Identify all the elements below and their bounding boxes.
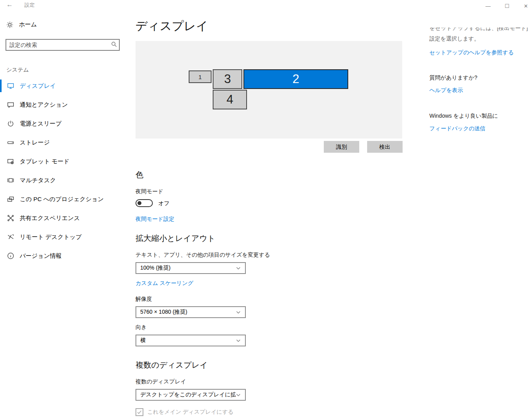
info-icon bbox=[7, 252, 14, 259]
chevron-down-icon bbox=[236, 265, 241, 271]
night-mode-state: オフ bbox=[158, 200, 170, 207]
sidebar-nav: ディスプレイ 通知とアクション 電源とスリープ ストレージ タブレット モード bbox=[0, 76, 130, 265]
settings-window: ← 設定 — ☐ ✕ ホーム システム ディスプレイ 通知とアクション bbox=[0, 0, 531, 420]
clipped-help-line: をセットアップするには、[検出モード] の bbox=[429, 28, 528, 33]
sidebar-item-power-sleep[interactable]: 電源とスリープ bbox=[0, 114, 130, 133]
multi-display-dropdown[interactable]: デスクトップをこのディスプレイに拡張する bbox=[136, 389, 246, 401]
remote-desktop-icon bbox=[7, 233, 14, 241]
identify-button[interactable]: 識別 bbox=[324, 141, 359, 153]
sidebar-item-label: ディスプレイ bbox=[20, 82, 56, 90]
question-heading: 質問がありますか? bbox=[429, 74, 528, 81]
speech-bubble-icon bbox=[7, 101, 14, 108]
sidebar-item-label: 通知とアクション bbox=[20, 101, 68, 109]
checkbox-checked-icon[interactable] bbox=[136, 408, 143, 416]
multi-display-section-title: 複数のディスプレイ bbox=[136, 360, 208, 370]
show-help-link[interactable]: ヘルプを表示 bbox=[429, 87, 528, 94]
window-title: 設定 bbox=[24, 2, 35, 9]
monitor-arrangement-canvas: 1 3 2 4 bbox=[136, 41, 402, 139]
multi-display-value: デスクトップをこのディスプレイに拡張する bbox=[140, 391, 236, 398]
sidebar-item-tablet-mode[interactable]: タブレット モード bbox=[0, 152, 130, 171]
power-icon bbox=[7, 120, 14, 127]
help-panel: をセットアップするには、[検出モード] の 設定を選択します。 セットアップのヘ… bbox=[429, 28, 528, 132]
custom-scaling-link[interactable]: カスタム スケーリング bbox=[136, 280, 193, 287]
sidebar-item-label: 電源とスリープ bbox=[20, 120, 61, 128]
chevron-down-icon bbox=[236, 338, 241, 343]
orientation-dropdown[interactable]: 横 bbox=[136, 335, 246, 346]
monitor-box-2[interactable]: 2 bbox=[243, 69, 348, 89]
resolution-dropdown[interactable]: 5760 × 1080 (推奨) bbox=[136, 306, 246, 318]
back-icon[interactable]: ← bbox=[6, 1, 13, 9]
home-label: ホーム bbox=[19, 21, 37, 28]
sidebar-item-remote-desktop[interactable]: リモート デスクトップ bbox=[0, 228, 130, 246]
gear-icon bbox=[6, 21, 13, 28]
monitor-box-1[interactable]: 1 bbox=[189, 70, 212, 83]
settings-search-box[interactable] bbox=[6, 39, 120, 51]
sidebar-item-multitasking[interactable]: マルチタスク bbox=[0, 171, 130, 190]
monitor-box-4[interactable]: 4 bbox=[213, 90, 247, 109]
size-change-label: テキスト、アプリ、その他の項目のサイズを変更する bbox=[136, 252, 270, 259]
sidebar-item-label: この PC へのプロジェクション bbox=[20, 196, 104, 203]
display-icon bbox=[7, 82, 14, 89]
setup-help-link[interactable]: セットアップのヘルプを参照する bbox=[429, 49, 528, 56]
sidebar-section-system: システム bbox=[6, 67, 29, 74]
search-icon[interactable] bbox=[109, 41, 119, 49]
sidebar-item-notifications[interactable]: 通知とアクション bbox=[0, 95, 130, 114]
color-section-title: 色 bbox=[136, 170, 143, 180]
projection-icon bbox=[7, 196, 14, 203]
close-icon[interactable]: ✕ bbox=[517, 0, 531, 12]
resolution-label: 解像度 bbox=[136, 296, 152, 303]
send-feedback-link[interactable]: フィードバックの送信 bbox=[429, 125, 528, 132]
minimize-icon[interactable]: — bbox=[479, 0, 497, 12]
toggle-knob bbox=[137, 201, 141, 205]
sidebar-item-home[interactable]: ホーム bbox=[6, 21, 37, 28]
scaling-value: 100% (推奨) bbox=[140, 265, 236, 272]
night-mode-toggle[interactable] bbox=[136, 199, 153, 207]
shared-nodes-icon bbox=[7, 215, 14, 222]
sidebar-item-label: ストレージ bbox=[20, 139, 50, 146]
sidebar-item-label: 共有エクスペリエンス bbox=[20, 215, 80, 222]
chevron-down-icon bbox=[236, 392, 241, 398]
selected-accent-bar bbox=[0, 80, 2, 92]
orientation-value: 横 bbox=[140, 337, 236, 344]
drive-icon bbox=[7, 139, 14, 146]
feedback-heading: Windows をより良い製品に bbox=[429, 113, 528, 120]
multi-display-label: 複数のディスプレイ bbox=[136, 378, 186, 385]
night-mode-label: 夜間モード bbox=[136, 188, 163, 195]
chevron-down-icon bbox=[236, 309, 241, 315]
orientation-label: 向き bbox=[136, 324, 147, 331]
main-display-checkbox-row[interactable]: これをメイン ディスプレイにする bbox=[136, 408, 234, 416]
resolution-value: 5760 × 1080 (推奨) bbox=[140, 309, 236, 316]
sidebar-item-label: リモート デスクトップ bbox=[20, 233, 82, 241]
sidebar-item-label: マルチタスク bbox=[20, 177, 56, 184]
tablet-hand-icon bbox=[7, 158, 14, 165]
night-mode-settings-link[interactable]: 夜間モード設定 bbox=[136, 216, 175, 223]
sidebar-item-about[interactable]: バージョン情報 bbox=[0, 246, 130, 265]
sidebar-item-storage[interactable]: ストレージ bbox=[0, 133, 130, 152]
detect-button[interactable]: 検出 bbox=[367, 141, 403, 153]
sidebar-item-label: バージョン情報 bbox=[20, 252, 61, 260]
maximize-icon[interactable]: ☐ bbox=[498, 0, 516, 12]
monitor-box-3[interactable]: 3 bbox=[213, 69, 242, 89]
scaling-dropdown[interactable]: 100% (推奨) bbox=[136, 262, 246, 274]
main-display-checkbox-label: これをメイン ディスプレイにする bbox=[147, 409, 234, 416]
sidebar-item-display[interactable]: ディスプレイ bbox=[0, 76, 130, 95]
sidebar-item-shared-experiences[interactable]: 共有エクスペリエンス bbox=[0, 209, 130, 228]
page-title: ディスプレイ bbox=[136, 18, 208, 34]
sidebar-item-projecting[interactable]: この PC へのプロジェクション bbox=[0, 190, 130, 209]
help-intro-text: 設定を選択します。 bbox=[429, 35, 528, 43]
sidebar-item-label: タブレット モード bbox=[20, 158, 70, 165]
multitask-icon bbox=[7, 177, 14, 184]
scale-section-title: 拡大縮小とレイアウト bbox=[136, 233, 215, 244]
search-input[interactable] bbox=[6, 42, 109, 48]
